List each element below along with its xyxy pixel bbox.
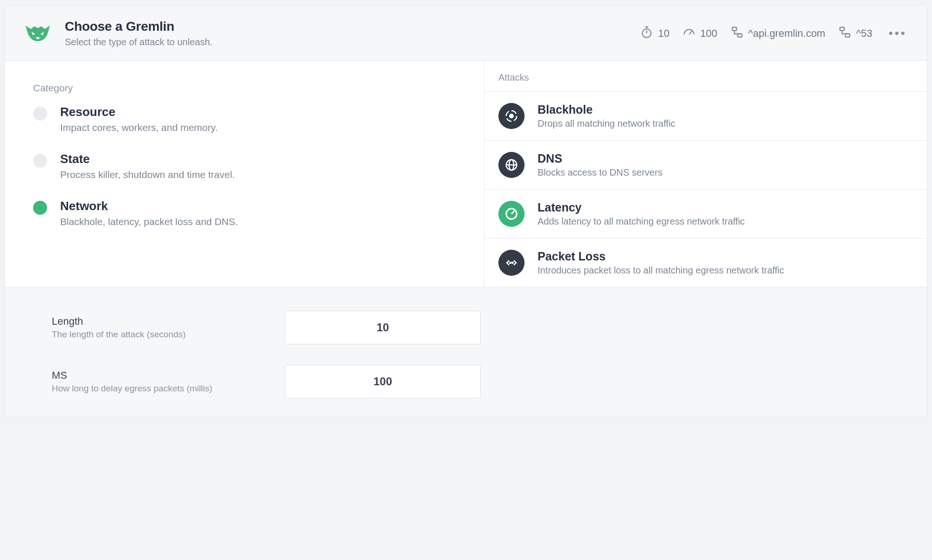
attack-desc: Drops all matching network traffic	[538, 118, 675, 129]
category-title: State	[60, 152, 235, 166]
param-port[interactable]: ^53	[838, 26, 872, 41]
radio-checked-icon	[33, 201, 47, 215]
svg-rect-1	[732, 27, 736, 30]
ms-input[interactable]	[285, 365, 481, 398]
attack-desc: Adds latency to all matching egress netw…	[538, 216, 745, 227]
category-state[interactable]: State Process killer, shutdown and time …	[33, 152, 456, 180]
category-desc: Process killer, shutdown and time travel…	[60, 169, 235, 180]
attack-desc: Blocks access to DNS servers	[538, 167, 663, 178]
gremlin-logo-icon	[24, 23, 52, 44]
category-title: Network	[60, 199, 238, 213]
category-desc: Impact cores, workers, and memory.	[60, 122, 218, 133]
network-icon	[838, 26, 851, 41]
ms-help: How long to delay egress packets (millis…	[52, 383, 248, 394]
network-icon	[731, 26, 744, 41]
param-ms-value: 100	[700, 27, 718, 40]
category-network[interactable]: Network Blackhole, latency, packet loss …	[33, 199, 456, 227]
more-menu-button[interactable]	[885, 32, 908, 35]
category-resource[interactable]: Resource Impact cores, workers, and memo…	[33, 105, 456, 133]
attacks-panel: Attacks Blackhole Drops all matching net…	[484, 61, 927, 287]
globe-icon	[498, 152, 525, 178]
packet-loss-icon	[498, 250, 525, 276]
attack-latency[interactable]: Latency Adds latency to all matching egr…	[484, 190, 927, 239]
attack-title: Packet Loss	[538, 250, 784, 263]
svg-point-5	[510, 114, 513, 118]
header: Choose a Gremlin Select the type of atta…	[5, 5, 927, 61]
attacks-label: Attacks	[484, 61, 927, 92]
attack-dns[interactable]: DNS Blocks access to DNS servers	[484, 141, 927, 190]
page-subtitle: Select the type of attack to unleash.	[65, 37, 213, 48]
attack-title: Latency	[538, 201, 745, 214]
param-host-value: ^api.gremlin.com	[748, 27, 826, 40]
radio-unchecked-icon	[33, 154, 47, 168]
ms-label: MS	[52, 369, 248, 382]
svg-point-9	[510, 262, 511, 264]
length-help: The length of the attack (seconds)	[52, 329, 248, 340]
svg-point-10	[512, 262, 513, 264]
attack-title: DNS	[538, 152, 663, 165]
category-label: Category	[33, 82, 456, 94]
category-title: Resource	[60, 105, 218, 119]
param-pills: 10 100	[640, 26, 908, 41]
param-ms[interactable]: 100	[683, 26, 718, 41]
svg-rect-3	[840, 27, 844, 30]
attack-params-form: Length The length of the attack (seconds…	[5, 287, 927, 417]
param-host[interactable]: ^api.gremlin.com	[731, 26, 826, 41]
blackhole-icon	[498, 103, 525, 129]
category-desc: Blackhole, latency, packet loss and DNS.	[60, 216, 238, 227]
radio-unchecked-icon	[33, 107, 47, 121]
attack-blackhole[interactable]: Blackhole Drops all matching network tra…	[484, 92, 927, 141]
attack-title: Blackhole	[538, 103, 675, 116]
length-label: Length	[52, 315, 248, 328]
gauge-icon	[498, 201, 525, 227]
page-title: Choose a Gremlin	[65, 19, 213, 34]
attack-desc: Introduces packet loss to all matching e…	[538, 265, 784, 276]
param-duration[interactable]: 10	[640, 26, 669, 41]
param-duration-value: 10	[658, 27, 669, 40]
stopwatch-icon	[640, 26, 653, 41]
gremlin-config-card: Choose a Gremlin Select the type of atta…	[5, 5, 927, 417]
attack-packet-loss[interactable]: Packet Loss Introduces packet loss to al…	[484, 239, 927, 287]
length-input[interactable]	[285, 311, 481, 344]
category-panel: Category Resource Impact cores, workers,…	[5, 61, 484, 287]
param-port-value: ^53	[856, 27, 872, 40]
gauge-icon	[683, 26, 696, 41]
